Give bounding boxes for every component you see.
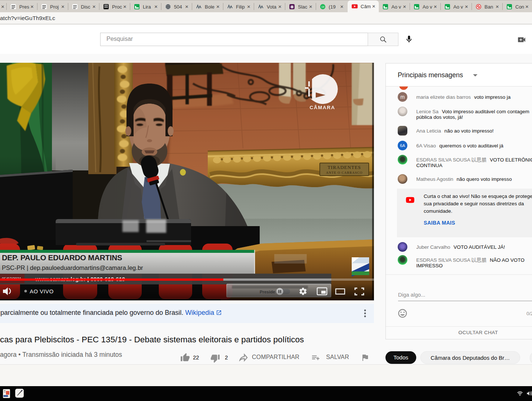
svg-text:ANTE O CARRASCO: ANTE O CARRASCO — [326, 171, 363, 175]
svg-text:DEP. PAULO EDUARDO MARTINS: DEP. PAULO EDUARDO MARTINS — [2, 253, 122, 262]
svg-text:CÂMARA: CÂMARA — [310, 105, 335, 110]
svg-text:PSC-PR | dep.pauloeduardomarti: PSC-PR | dep.pauloeduardomartins@camara.… — [2, 264, 143, 271]
svg-text:TIRADENTES: TIRADENTES — [328, 164, 361, 170]
svg-text:AO VIVO: AO VIVO — [30, 288, 54, 294]
svg-text:19: 19 — [321, 6, 324, 8]
